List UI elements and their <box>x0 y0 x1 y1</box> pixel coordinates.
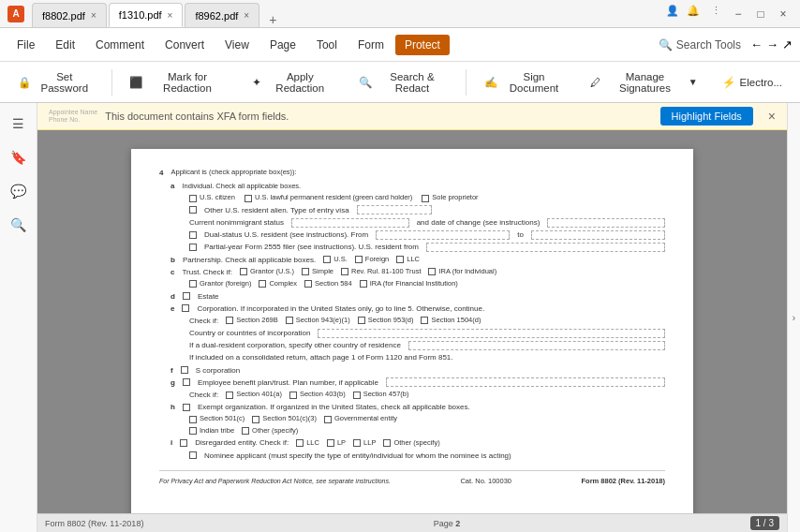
search-redact-button[interactable]: 🔍 Search & Redact <box>348 66 458 98</box>
lp-checkbox[interactable] <box>327 439 334 447</box>
ira-ind-checkbox[interactable] <box>428 268 436 275</box>
row-f: f S corporation <box>170 365 665 376</box>
sec501c-checkbox[interactable] <box>189 416 197 423</box>
xfa-close-button[interactable]: × <box>768 109 776 124</box>
indian-tribe-checkbox[interactable] <box>189 427 197 435</box>
manage-signatures-button[interactable]: 🖊 Manage Signatures ▼ <box>580 66 707 98</box>
minimize-button[interactable]: − <box>729 5 748 23</box>
nonimmigrant-field[interactable] <box>291 218 409 228</box>
close-button[interactable]: × <box>774 5 793 23</box>
plan-number-field[interactable] <box>386 377 665 387</box>
sole-prop-checkbox[interactable] <box>422 195 429 202</box>
set-password-label: Set Password <box>36 71 94 94</box>
sec953d-checkbox[interactable] <box>358 317 365 324</box>
sec943-checkbox[interactable] <box>286 317 293 324</box>
apply-redaction-button[interactable]: ✦ Apply Redaction <box>242 66 345 98</box>
us-citizen-label: U.S. citizen <box>200 193 235 203</box>
right-collapse-handle[interactable]: › <box>787 103 800 532</box>
search-tools[interactable]: 🔍 Search Tools <box>659 38 741 52</box>
partial-year-checkbox[interactable] <box>189 244 197 251</box>
foreign-part-checkbox[interactable] <box>355 256 363 263</box>
tab-add-button[interactable]: + <box>261 12 284 27</box>
row-d-content: d Estate <box>170 291 665 302</box>
llc2-checkbox[interactable] <box>296 439 304 447</box>
sidebar-search-icon[interactable]: 🔍 <box>6 212 32 238</box>
simple-checkbox[interactable] <box>302 268 309 275</box>
llp-checkbox[interactable] <box>353 439 361 447</box>
menu-comment[interactable]: Comment <box>86 35 154 55</box>
menu-tool[interactable]: Tool <box>307 35 347 55</box>
mark-for-redaction-button[interactable]: ⬛ Mark for Redaction <box>119 66 237 98</box>
tab-f1310[interactable]: f1310.pdf × <box>109 3 184 27</box>
sec501c-label: Section 501(c) <box>200 414 244 424</box>
sec403b-checkbox[interactable] <box>289 392 297 399</box>
emp-benefit-checkbox[interactable] <box>183 378 190 386</box>
tab-close-f8962[interactable]: × <box>244 10 249 21</box>
us-citizen-checkbox[interactable] <box>189 195 197 202</box>
sec269b-checkbox[interactable] <box>226 317 233 324</box>
highlight-fields-button[interactable]: Highlight Fields <box>660 107 753 126</box>
grantor-us-checkbox[interactable] <box>240 268 247 275</box>
menu-form[interactable]: Form <box>348 35 393 55</box>
us-lawful-checkbox[interactable] <box>244 195 252 202</box>
us-citizen-item: U.S. citizen <box>189 193 235 203</box>
dual-status-checkbox[interactable] <box>189 231 197 239</box>
electro-button[interactable]: ⚡ Electro... <box>712 71 793 94</box>
sidebar-comment-icon[interactable]: 💬 <box>6 178 32 204</box>
menu-edit[interactable]: Edit <box>46 35 84 55</box>
country-field[interactable] <box>318 329 665 338</box>
grantor-foreign-item: Grantor (foreign) <box>189 279 251 289</box>
sign-document-button[interactable]: ✍ Sign Document <box>474 66 576 98</box>
mark-redact-icon: ⬛ <box>129 76 142 89</box>
menu-protect[interactable]: Protect <box>395 35 450 55</box>
other-specify2-checkbox[interactable] <box>383 439 391 447</box>
sec401a-checkbox[interactable] <box>226 392 233 399</box>
section584-checkbox[interactable] <box>304 280 312 288</box>
page-footer: For Privacy Act and Paperwork Reduction … <box>159 470 665 487</box>
governmental-checkbox[interactable] <box>324 416 332 423</box>
us-part-checkbox[interactable] <box>323 256 331 263</box>
rev-rul-checkbox[interactable] <box>341 268 348 275</box>
estate-label: Estate <box>198 291 219 302</box>
dual-resident-field[interactable] <box>408 341 665 350</box>
sec501c3-checkbox[interactable] <box>252 416 259 423</box>
share-icon[interactable]: ↗ <box>782 37 793 52</box>
entry-visa-field[interactable] <box>357 205 432 214</box>
maximize-button[interactable]: □ <box>751 5 770 23</box>
menu-convert[interactable]: Convert <box>156 35 214 55</box>
grantor-foreign-checkbox[interactable] <box>189 280 197 288</box>
complex-checkbox[interactable] <box>259 280 266 288</box>
date-change-field[interactable] <box>547 218 665 228</box>
sec457b-checkbox[interactable] <box>353 392 361 399</box>
pdf-scroll-area[interactable]: 4 Applicant is (check appropriate box(es… <box>37 130 787 513</box>
tab-close-f1310[interactable]: × <box>168 10 173 21</box>
corp-check-row: Check if: Section 269B Section 943(e)(1) <box>189 316 665 326</box>
sec1504d-checkbox[interactable] <box>421 317 428 324</box>
tab-close-f8802[interactable]: × <box>91 10 96 21</box>
sidebar-bookmark-icon[interactable]: 🔖 <box>6 144 32 170</box>
other-us-checkbox[interactable] <box>189 206 197 214</box>
other-specify-checkbox[interactable] <box>242 427 249 435</box>
back-icon[interactable]: ← <box>750 37 763 52</box>
scorp-checkbox[interactable] <box>181 366 188 374</box>
corp-checkbox[interactable] <box>182 304 189 312</box>
exempt-checkbox[interactable] <box>183 404 190 411</box>
forward-icon[interactable]: → <box>766 37 778 52</box>
menu-view[interactable]: View <box>215 35 259 55</box>
estate-checkbox[interactable] <box>183 292 190 300</box>
dual-from-field[interactable] <box>376 230 510 240</box>
tab-f8962[interactable]: f8962.pdf × <box>185 3 259 27</box>
row-d-letter: d <box>170 291 175 302</box>
menu-file[interactable]: File <box>7 35 44 55</box>
row-h-letter: h <box>170 402 175 412</box>
nominee-checkbox[interactable] <box>189 451 197 459</box>
disregarded-checkbox[interactable] <box>180 439 187 447</box>
dual-to-field[interactable] <box>531 230 665 240</box>
tab-f8802[interactable]: f8802.pdf × <box>32 3 107 27</box>
llc-part-checkbox[interactable] <box>396 256 404 263</box>
menu-page[interactable]: Page <box>260 35 305 55</box>
ira-financial-checkbox[interactable] <box>360 280 367 288</box>
partial-year-field[interactable] <box>426 243 665 252</box>
set-password-button[interactable]: 🔒 Set Password <box>7 66 104 98</box>
sidebar-panel-icon[interactable]: ☰ <box>6 111 32 137</box>
